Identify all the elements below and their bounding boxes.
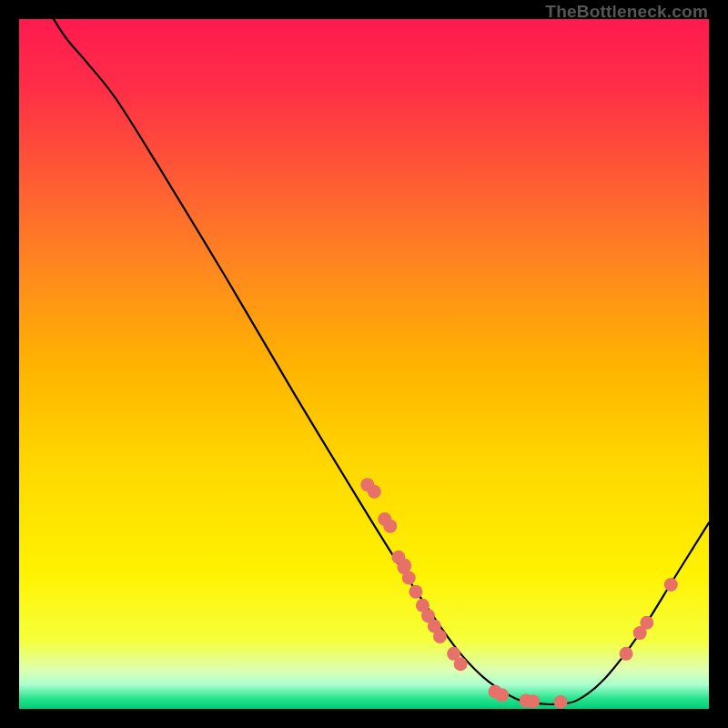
chart-svg (19, 19, 709, 709)
scatter-point (664, 578, 678, 592)
scatter-point (454, 657, 468, 671)
scatter-point (402, 571, 416, 584)
scatter-point (409, 585, 422, 599)
chart-background (19, 19, 709, 709)
scatter-point (526, 694, 540, 708)
chart-container: TheBottleneck.com (0, 0, 728, 728)
scatter-point (640, 616, 653, 630)
scatter-point (620, 647, 633, 661)
scatter-point (495, 688, 509, 702)
scatter-point (383, 520, 397, 533)
scatter-point (554, 695, 568, 709)
plot-area (19, 19, 709, 709)
scatter-point (433, 630, 447, 643)
scatter-point (368, 485, 381, 499)
scatter-point (398, 559, 411, 572)
